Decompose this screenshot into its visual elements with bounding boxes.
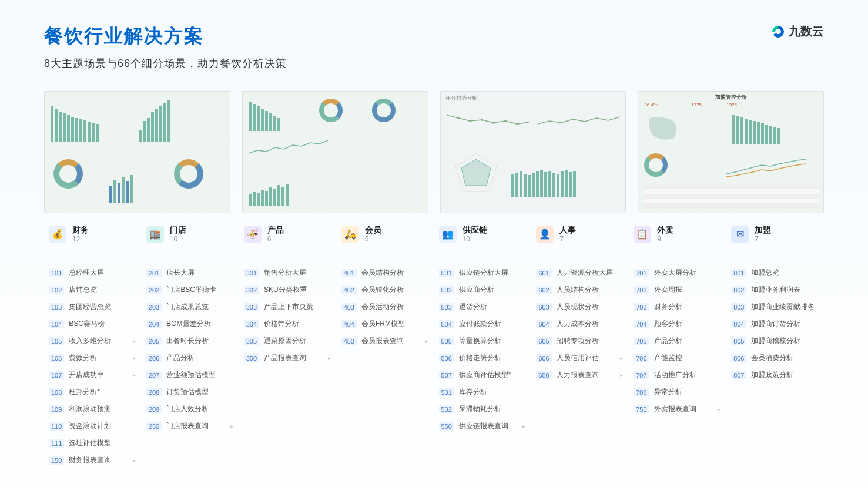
item-number: 502 [439,286,454,294]
list-item[interactable]: 107开店成功率▸ [44,366,142,384]
item-label: 加盟商订货分析 [751,319,800,329]
category-header[interactable]: 📋外卖9 [629,218,726,254]
list-item[interactable]: 603人员现状分析 [531,298,629,315]
item-label: 价格带分析 [264,319,299,329]
category-header[interactable]: 🍜产品6 [239,218,337,254]
item-label: 人员结构分析 [557,285,599,295]
list-item[interactable]: 802加盟业务利润表 [726,281,824,298]
item-number: 202 [146,286,162,294]
list-item[interactable]: 708异常分析 [629,384,726,401]
list-item[interactable]: 702外卖周报 [629,281,726,298]
list-item[interactable]: 207营业额预估模型 [142,366,239,384]
list-item[interactable]: 103集团经营总览 [44,298,142,315]
item-label: 产品分析 [166,353,195,363]
list-item[interactable]: 106费效分析▸ [44,349,142,366]
category-header[interactable]: 👤人事7 [531,218,629,254]
list-item[interactable]: 205出餐时长分析 [142,332,239,349]
list-item[interactable]: 507供应商评估模型* [434,366,532,384]
list-item[interactable]: 701外卖大屏分析 [629,264,726,281]
category-header[interactable]: 🛵会员5 [337,218,434,254]
list-item[interactable]: 506价格走势分析 [434,349,532,366]
list-item[interactable]: 550供应链报表查询▸ [434,418,532,435]
item-number: 507 [439,371,454,379]
category-icon: 🍜 [244,226,262,243]
item-label: 人力报表查询 [557,370,599,380]
list-item[interactable]: 201店长大屏 [142,264,239,281]
item-label: 人力成本分析 [557,319,599,329]
list-item[interactable]: 150财务报表查询▸ [44,452,142,469]
category-header[interactable]: ✉加盟7 [726,218,824,254]
list-item[interactable]: 401会员结构分析 [337,264,434,281]
list-item[interactable]: 707活动推广分析 [629,366,726,384]
list-item[interactable]: 601人力资源分析大屏 [531,264,629,281]
list-item[interactable]: 502供应商分析 [434,281,532,298]
item-number: 304 [244,320,259,328]
list-item[interactable]: 705产品分析 [629,332,726,349]
list-item[interactable]: 202门店BSC平衡卡 [142,281,239,298]
item-list: 101总经理大屏102店铺总览103集团经营总览104BSC赛马榜105收入多维… [44,264,142,469]
list-item[interactable]: 403会员活动分析 [337,298,434,315]
chevron-right-icon: ▸ [133,457,136,463]
item-label: 门店报表查询 [166,421,209,431]
item-label: 人力资源分析大屏 [557,268,613,278]
list-item[interactable]: 532呆滞物耗分析 [434,401,532,418]
list-item[interactable]: 404会员FRM模型 [337,315,434,332]
list-item[interactable]: 703财务分析 [629,298,726,315]
list-item[interactable]: 302SKU分类权重 [239,281,337,298]
svg-point-2 [469,120,471,122]
list-item[interactable]: 105收入多维分析▸ [44,332,142,349]
list-item[interactable]: 102店铺总览 [44,281,142,298]
list-item[interactable]: 606人员信用评估▸ [531,349,629,366]
list-item[interactable]: 209门店人效分析 [142,401,239,418]
list-item[interactable]: 504应付账款分析 [434,315,532,332]
item-number: 404 [341,320,357,328]
list-item[interactable]: 505等量换算分析 [434,332,532,349]
list-item[interactable]: 604人力成本分析 [531,315,629,332]
list-item[interactable]: 402会员转化分析 [337,281,434,298]
list-item[interactable]: 350产品报表查询▸ [239,349,337,366]
list-item[interactable]: 650人力报表查询▸ [531,366,629,384]
list-item[interactable]: 111选址评估模型 [44,435,142,452]
list-item[interactable]: 605招聘专项分析 [531,332,629,349]
list-item[interactable]: 704顾客分析 [629,315,726,332]
list-item[interactable]: 807加盟政策分析 [726,366,824,384]
list-item[interactable]: 101总经理大屏 [44,264,142,281]
category-header[interactable]: 💰财务12 [44,218,142,254]
list-item[interactable]: 706产能监控 [629,349,726,366]
list-item[interactable]: 803加盟商业绩贡献排名 [726,298,824,315]
list-item[interactable]: 801加盟总览 [726,264,824,281]
list-item[interactable]: 305退菜原因分析 [239,332,337,349]
list-item[interactable]: 203门店成果总览 [142,298,239,315]
item-label: 加盟政策分析 [751,370,793,380]
list-item[interactable]: 503退货分析 [434,298,532,315]
list-item[interactable]: 301销售分析大屏 [239,264,337,281]
item-label: 会员消费分析 [751,353,793,363]
list-item[interactable]: 804加盟商订货分析 [726,315,824,332]
list-item[interactable]: 750外卖报表查询▸ [629,401,726,418]
item-number: 603 [536,303,551,311]
list-item[interactable]: 206产品分析 [142,349,239,366]
item-label: 会员FRM模型 [361,319,405,329]
item-number: 101 [49,269,64,277]
list-item[interactable]: 450会员报表查询▸ [337,332,434,349]
item-label: 营业额预估模型 [166,370,216,380]
list-item[interactable]: 303产品上下市决策 [239,298,337,315]
chevron-right-icon: ▸ [133,338,136,344]
list-item[interactable]: 805加盟商稽核分析 [726,332,824,349]
list-item[interactable]: 806会员消费分析 [726,349,824,366]
category-count: 10 [463,235,487,243]
item-label: 会员转化分析 [361,285,404,295]
list-item[interactable]: 602人员结构分析 [531,281,629,298]
list-item[interactable]: 531库存分析 [434,384,532,401]
list-item[interactable]: 204BOM量差分析 [142,315,239,332]
list-item[interactable]: 104BSC赛马榜 [44,315,142,332]
list-item[interactable]: 110资金滚动计划 [44,418,142,435]
list-item[interactable]: 501供应链分析大屏 [434,264,532,281]
list-item[interactable]: 304价格带分析 [239,315,337,332]
category-header[interactable]: 🏬门店10 [142,218,239,254]
list-item[interactable]: 109利润滚动预测 [44,401,142,418]
list-item[interactable]: 108杜邦分析* [44,384,142,401]
category-header[interactable]: 👥供应链10 [434,218,532,254]
list-item[interactable]: 250门店报表查询▸ [142,418,239,435]
list-item[interactable]: 208订货预估模型 [142,384,239,401]
